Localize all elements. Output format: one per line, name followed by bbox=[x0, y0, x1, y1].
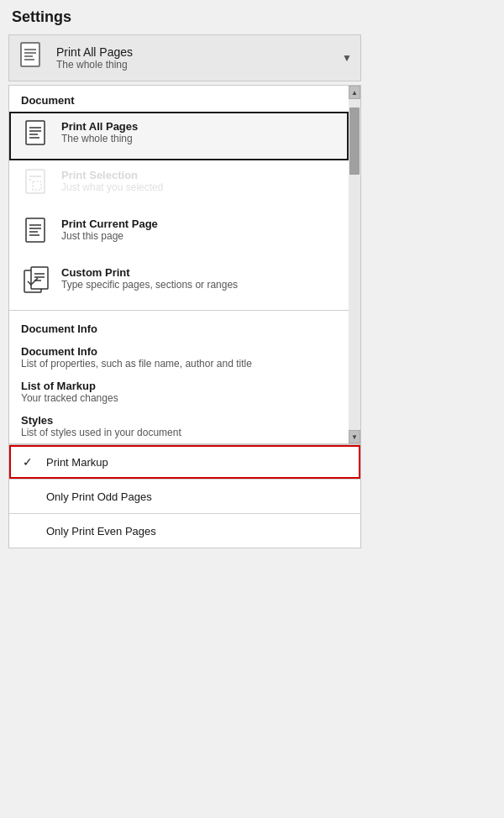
scroll-track[interactable] bbox=[349, 99, 360, 430]
dropdown-panel: Document Print All Pages The whole thing bbox=[8, 85, 361, 444]
scroll-up-arrow[interactable]: ▲ bbox=[349, 86, 360, 99]
dropdown-main-label: Print All Pages bbox=[56, 45, 335, 59]
dropdown-selector-text: Print All Pages The whole thing bbox=[56, 45, 335, 71]
menu-item-custom-print[interactable]: Custom Print Type specific pages, sectio… bbox=[9, 258, 349, 307]
bottom-item-print-even[interactable]: ✓ Only Print Even Pages bbox=[9, 514, 360, 548]
menu-item-print-all-pages[interactable]: Print All Pages The whole thing bbox=[9, 112, 349, 160]
print-even-label: Only Print Even Pages bbox=[46, 525, 156, 537]
svg-rect-14 bbox=[26, 218, 45, 242]
docinfo-styles-title: Styles bbox=[21, 414, 337, 427]
print-all-pages-text: Print All Pages The whole thing bbox=[61, 120, 335, 144]
docinfo-document-info-subtitle: List of properties, such as file name, a… bbox=[21, 358, 337, 370]
docinfo-list-of-markup-title: List of Markup bbox=[21, 380, 337, 392]
settings-title: Settings bbox=[8, 8, 496, 26]
docinfo-item-styles[interactable]: Styles List of styles used in your docum… bbox=[9, 409, 349, 443]
scroll-thumb[interactable] bbox=[349, 107, 360, 175]
dropdown-sub-label: The whole thing bbox=[56, 59, 335, 71]
print-all-pages-title: Print All Pages bbox=[61, 120, 335, 133]
chevron-down-icon: ▼ bbox=[342, 52, 352, 64]
print-all-pages-icon bbox=[23, 120, 51, 152]
menu-item-print-selection[interactable]: Print Selection Just what you selected bbox=[9, 160, 349, 209]
print-all-pages-subtitle: The whole thing bbox=[61, 133, 335, 144]
scrollbar[interactable]: ▲ ▼ bbox=[349, 86, 360, 443]
print-selection-title: Print Selection bbox=[61, 169, 335, 181]
section-divider bbox=[9, 310, 349, 311]
print-selection-icon bbox=[23, 169, 51, 201]
checkmark-icon: ✓ bbox=[23, 455, 39, 469]
custom-print-icon bbox=[23, 266, 51, 298]
scroll-down-arrow[interactable]: ▼ bbox=[349, 430, 360, 443]
print-current-page-text: Print Current Page Just this page bbox=[61, 218, 335, 242]
docinfo-document-info-title: Document Info bbox=[21, 345, 337, 358]
print-selection-subtitle: Just what you selected bbox=[61, 181, 335, 193]
print-odd-label: Only Print Odd Pages bbox=[46, 490, 152, 503]
document-section-header: Document bbox=[9, 86, 349, 112]
docinfo-item-document-info[interactable]: Document Info List of properties, such a… bbox=[9, 340, 349, 375]
panel-content: Document Print All Pages The whole thing bbox=[9, 86, 349, 443]
custom-print-title: Custom Print bbox=[61, 266, 335, 279]
print-selection-text: Print Selection Just what you selected bbox=[61, 169, 335, 193]
print-dropdown-selector[interactable]: Print All Pages The whole thing ▼ bbox=[8, 34, 361, 81]
bottom-item-print-markup[interactable]: ✓ Print Markup bbox=[9, 445, 360, 479]
svg-rect-0 bbox=[21, 43, 39, 66]
custom-print-subtitle: Type specific pages, sections or ranges bbox=[61, 279, 335, 291]
svg-rect-5 bbox=[26, 121, 45, 144]
svg-rect-20 bbox=[31, 267, 48, 289]
print-current-page-icon bbox=[23, 218, 51, 249]
bottom-options-panel: ✓ Print Markup ✓ Only Print Odd Pages ✓ … bbox=[8, 444, 361, 548]
menu-item-print-current-page[interactable]: Print Current Page Just this page bbox=[9, 209, 349, 258]
docinfo-list-of-markup-subtitle: Your tracked changes bbox=[21, 392, 337, 404]
document-icon bbox=[18, 42, 46, 74]
document-info-section-header: Document Info bbox=[9, 314, 349, 340]
print-current-page-subtitle: Just this page bbox=[61, 230, 335, 242]
bottom-item-print-odd[interactable]: ✓ Only Print Odd Pages bbox=[9, 480, 360, 513]
custom-print-text: Custom Print Type specific pages, sectio… bbox=[61, 266, 335, 291]
print-markup-label: Print Markup bbox=[46, 456, 108, 469]
docinfo-item-list-of-markup[interactable]: List of Markup Your tracked changes bbox=[9, 375, 349, 409]
print-current-page-title: Print Current Page bbox=[61, 218, 335, 230]
docinfo-styles-subtitle: List of styles used in your document bbox=[21, 427, 337, 438]
